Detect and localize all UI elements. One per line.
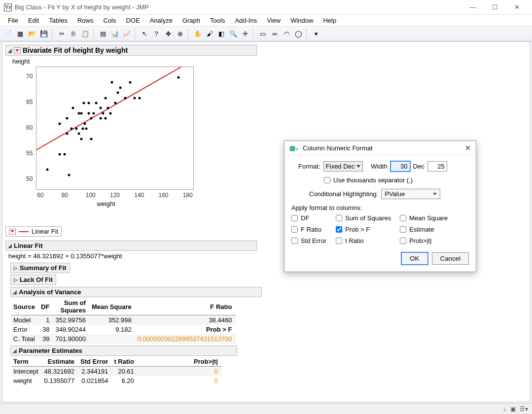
- data-point[interactable]: [66, 133, 68, 135]
- menu-edit[interactable]: Edit: [23, 15, 44, 26]
- data-point[interactable]: [66, 117, 68, 120]
- menu-graph[interactable]: Graph: [177, 15, 205, 26]
- data-point[interactable]: [80, 138, 83, 140]
- data-point[interactable]: [129, 81, 131, 84]
- data-point[interactable]: [75, 128, 78, 130]
- hand-icon[interactable]: ✋: [192, 29, 203, 39]
- checkbox[interactable]: [291, 226, 298, 233]
- data-point[interactable]: [80, 112, 83, 114]
- table-icon[interactable]: ▦: [15, 29, 26, 39]
- help-icon[interactable]: ?: [151, 29, 162, 39]
- status-menu-icon[interactable]: ☰▾: [520, 406, 528, 413]
- apply-col-check[interactable]: Mean Square: [400, 214, 459, 222]
- dialog-close-icon[interactable]: ✕: [465, 144, 471, 152]
- summary-head[interactable]: ▷ Summary of Fit: [10, 263, 70, 273]
- menu-file[interactable]: File: [3, 15, 23, 26]
- format-select[interactable]: Fixed Dec: [323, 161, 363, 172]
- data-point[interactable]: [81, 128, 84, 130]
- plot-area[interactable]: [36, 67, 194, 190]
- chart2-icon[interactable]: 📈: [121, 29, 132, 39]
- disclosure-open-icon[interactable]: ◢: [13, 289, 17, 295]
- data-point[interactable]: [100, 107, 102, 109]
- data-point[interactable]: [114, 102, 117, 104]
- data-point[interactable]: [71, 128, 73, 130]
- data-point[interactable]: [63, 153, 66, 156]
- minimize-button[interactable]: —: [461, 0, 484, 14]
- close-button[interactable]: ✕: [506, 0, 528, 14]
- line-icon[interactable]: ═: [269, 29, 280, 39]
- globe-icon[interactable]: ⊕: [175, 29, 185, 39]
- crosshair-icon[interactable]: ✛: [240, 29, 250, 39]
- dropdown-icon[interactable]: ▾: [311, 29, 321, 39]
- data-point[interactable]: [102, 112, 105, 114]
- disclosure-closed-icon[interactable]: ▷: [14, 265, 18, 271]
- dec-input[interactable]: 25: [427, 161, 447, 172]
- checkbox[interactable]: [291, 215, 298, 221]
- cancel-button[interactable]: Cancel: [432, 252, 469, 265]
- scatter-chart[interactable]: height weight 50556065706080100120140160…: [12, 58, 200, 206]
- lack-of-fit-head[interactable]: ▷ Lack Of Fit: [10, 275, 56, 285]
- new-icon[interactable]: 📄: [3, 29, 14, 39]
- data-point[interactable]: [92, 112, 95, 114]
- brush-icon[interactable]: 🖌: [204, 29, 215, 39]
- apply-col-check[interactable]: Std Error: [291, 237, 336, 244]
- menu-analyze[interactable]: Analyze: [145, 15, 177, 26]
- menu-rows[interactable]: Rows: [72, 15, 99, 26]
- disclosure-closed-icon[interactable]: ▷: [14, 277, 18, 282]
- checkbox[interactable]: [336, 226, 342, 233]
- data-point[interactable]: [90, 138, 92, 140]
- thousands-checkbox[interactable]: [324, 177, 330, 183]
- apply-col-check[interactable]: F Ratio: [291, 226, 336, 233]
- data-point[interactable]: [68, 173, 71, 176]
- apply-col-check[interactable]: Prob > F: [336, 226, 400, 233]
- menu-cols[interactable]: Cols: [98, 15, 121, 26]
- checkbox[interactable]: [336, 238, 342, 244]
- zoom-icon[interactable]: 🔍: [228, 29, 239, 39]
- data-point[interactable]: [46, 169, 49, 171]
- rect-icon[interactable]: ▭: [257, 29, 268, 39]
- legend-red-triangle[interactable]: [9, 229, 16, 235]
- width-input[interactable]: 30: [390, 161, 410, 172]
- status-window-icon[interactable]: ▣: [510, 406, 516, 413]
- data-point[interactable]: [71, 107, 74, 109]
- paste-icon[interactable]: 📋: [80, 29, 91, 39]
- data-point[interactable]: [78, 133, 80, 135]
- data-point[interactable]: [87, 102, 90, 104]
- data-point[interactable]: [100, 117, 102, 120]
- cut-icon[interactable]: ✂: [56, 29, 67, 39]
- data-point[interactable]: [107, 107, 109, 109]
- menu-window[interactable]: Window: [285, 15, 318, 26]
- menu-doe[interactable]: DOE: [121, 15, 144, 26]
- ellipse-icon[interactable]: ◯: [293, 29, 304, 39]
- apply-col-check[interactable]: t Ratio: [336, 237, 400, 244]
- data-point[interactable]: [90, 117, 92, 120]
- grid-icon[interactable]: ▤: [98, 29, 108, 39]
- disclosure-open-icon[interactable]: ◢: [8, 48, 12, 53]
- data-point[interactable]: [84, 122, 86, 125]
- data-point[interactable]: [105, 117, 107, 120]
- bivariate-head[interactable]: ◢ Bivariate Fit of height By weight: [5, 45, 257, 56]
- data-point[interactable]: [58, 153, 61, 156]
- apply-col-check[interactable]: DF: [291, 214, 336, 222]
- anova-head[interactable]: ◢ Analysis of Variance: [10, 287, 262, 297]
- data-point[interactable]: [116, 92, 119, 94]
- checkbox[interactable]: [400, 226, 406, 233]
- data-point[interactable]: [105, 97, 107, 99]
- menu-tables[interactable]: Tables: [44, 15, 72, 26]
- chart-icon[interactable]: 📊: [109, 29, 120, 39]
- open-icon[interactable]: 📂: [27, 29, 37, 39]
- apply-col-check[interactable]: Prob>|t|: [400, 237, 459, 244]
- eraser-icon[interactable]: ◧: [216, 29, 227, 39]
- ok-button[interactable]: OK: [401, 252, 427, 265]
- param-head[interactable]: ◢ Parameter Estimates: [10, 345, 237, 356]
- data-point[interactable]: [83, 102, 85, 104]
- data-point[interactable]: [110, 81, 113, 84]
- arrow-icon[interactable]: ↖: [139, 29, 150, 39]
- data-point[interactable]: [134, 97, 136, 99]
- data-point[interactable]: [58, 122, 61, 125]
- menu-help[interactable]: Help: [318, 15, 341, 26]
- copy-icon[interactable]: ⎘: [68, 29, 79, 39]
- data-point[interactable]: [87, 112, 90, 114]
- cond-highlight-select[interactable]: PValue: [381, 189, 440, 199]
- checkbox[interactable]: [291, 238, 298, 244]
